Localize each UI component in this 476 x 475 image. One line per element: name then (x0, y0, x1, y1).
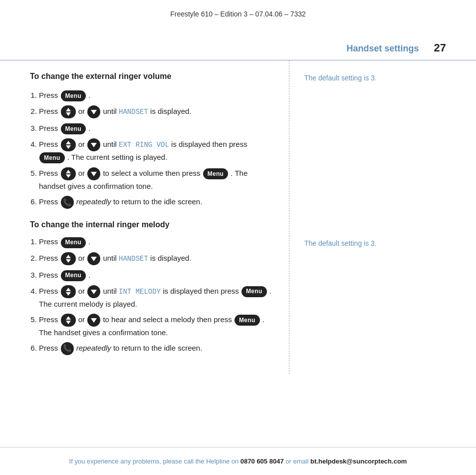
section-label: Handset settings (346, 42, 419, 55)
step4-highlight: EXT RING VOL (119, 141, 169, 149)
down-btn-s1-2 (87, 105, 100, 118)
up-btn-s2-5 (61, 314, 76, 327)
step5-text-mid: to select a volume then press (103, 169, 202, 177)
s2-step2-text-after: is displayed. (150, 254, 192, 262)
step2-text-before: Press (39, 107, 60, 115)
step4-text-mid: until (103, 140, 119, 148)
step4-or: or (78, 140, 87, 148)
footer-email: bt.helpdesk@suncorptech.com (310, 458, 407, 465)
page-header: Freestyle 610 – Edition 3 – 07.04.06 – 7… (0, 0, 476, 24)
step2-text-mid: until (103, 107, 119, 115)
footer: If you experience any problems, please c… (0, 447, 476, 475)
s2-step2-text-mid: until (103, 254, 119, 262)
step4-text-after2: . The current setting is played. (67, 153, 168, 161)
section1-step-2: Press or until HANDSET is displayed. (39, 105, 274, 118)
s2-step6-text-before: Press (39, 344, 60, 352)
section1-steps: Press Menu . Press or until HANDSET is d… (39, 89, 274, 209)
menu-btn-s2-5: Menu (235, 315, 260, 326)
step4-text-after: is displayed then press (171, 140, 247, 148)
down-btn-s2-2 (87, 252, 100, 265)
page-wrapper: Freestyle 610 – Edition 3 – 07.04.06 – 7… (0, 0, 476, 475)
menu-btn-s1-4: Menu (39, 152, 65, 163)
up-btn-s2-2 (61, 252, 76, 265)
up-btn-s1-5 (61, 167, 76, 180)
s2-step5-or: or (78, 315, 87, 324)
section1-heading: To change the external ringer volume (30, 70, 274, 82)
step1-text-before: Press (39, 91, 60, 99)
footer-middle: or email (285, 458, 310, 465)
page-number: 27 (434, 39, 446, 56)
down-btn-s1-5 (87, 167, 100, 180)
menu-btn-s2-1: Menu (61, 237, 86, 248)
step1-text-after: . (88, 91, 90, 99)
step6-text-before: Press (39, 197, 60, 206)
section2-step-6: Press 📞 repeatedly to return to the idle… (39, 342, 274, 355)
s2-step4-highlight: INT MELODY (119, 288, 161, 296)
document-title: Freestyle 610 – Edition 3 – 07.04.06 – 7… (170, 10, 306, 18)
s2-step4-text-mid: until (103, 287, 119, 295)
footer-phone: 0870 605 8047 (240, 458, 284, 465)
section1-default-note: The default setting is 3. (304, 73, 446, 83)
section2-step-4: Press or until INT MELODY is displayed t… (39, 285, 274, 310)
section1-step-6: Press 📞 repeatedly to return to the idle… (39, 196, 274, 209)
step5-or: or (78, 169, 87, 177)
step4-text-before: Press (39, 140, 60, 148)
step2-highlight: HANDSET (119, 108, 148, 116)
section2-default-note: The default setting is 3. (304, 238, 446, 249)
s2-step6-text-italic: repeatedly (76, 344, 113, 352)
s2-step5-text-before: Press (39, 315, 60, 324)
s2-step5-text-mid: to hear and select a melody then press (103, 315, 234, 324)
s2-step4-or: or (78, 287, 87, 295)
menu-btn-s2-3: Menu (61, 270, 86, 281)
section2-heading: To change the internal ringer melody (30, 219, 274, 231)
up-btn-s1-2 (61, 105, 76, 118)
down-btn-s2-4 (87, 285, 100, 298)
section2-step-5: Press or to hear and select a melody the… (39, 314, 274, 338)
left-column: To change the external ringer volume Pre… (30, 60, 289, 374)
right-column: The default setting is 3. The default se… (289, 60, 446, 374)
step2-text-after: is displayed. (150, 107, 192, 115)
section1-step-5: Press or to select a volume then press M… (39, 167, 274, 192)
s2-step4-text-after: is displayed then press (163, 287, 241, 295)
s2-step1-text-after: . (88, 237, 90, 246)
step6-text-after: to return to the idle screen. (113, 197, 202, 206)
s2-step2-or: or (78, 254, 87, 262)
menu-btn-s1-3: Menu (61, 123, 86, 134)
up-btn-s2-4 (61, 285, 76, 298)
step6-text-italic: repeatedly (76, 197, 113, 206)
step2-or: or (78, 107, 87, 115)
s2-step3-text-after: . (88, 271, 90, 279)
up-btn-s1-4 (61, 138, 76, 151)
section1-step-4: Press or until EXT RING VOL is displayed… (39, 138, 274, 163)
down-btn-s2-5 (87, 314, 100, 327)
menu-btn-s1-1: Menu (61, 90, 86, 101)
section1-step-1: Press Menu . (39, 89, 274, 101)
main-content: To change the external ringer volume Pre… (0, 60, 476, 374)
section2-steps: Press Menu . Press or until HANDSET is d… (39, 236, 274, 355)
phone-btn-s2-6: 📞 (61, 342, 74, 355)
s2-step1-text-before: Press (39, 237, 60, 246)
menu-btn-s1-5: Menu (203, 168, 229, 179)
s2-step6-text-after: to return to the idle screen. (113, 344, 202, 352)
s2-step2-highlight: HANDSET (119, 255, 148, 263)
footer-prefix: If you experience any problems, please c… (69, 458, 240, 465)
section2-step-2: Press or until HANDSET is displayed. (39, 252, 274, 265)
s2-step4-text-before: Press (39, 287, 60, 295)
step5-text-before: Press (39, 169, 60, 177)
section1-step-3: Press Menu . (39, 122, 274, 134)
s2-step2-text-before: Press (39, 254, 60, 262)
section2-step-3: Press Menu . (39, 269, 274, 281)
section2-step-1: Press Menu . (39, 236, 274, 248)
header-section: Handset settings 27 (0, 24, 476, 60)
menu-btn-s2-4: Menu (241, 286, 267, 297)
step3-text-after: . (88, 124, 90, 132)
s2-step3-text-before: Press (39, 271, 60, 279)
down-btn-s1-4 (87, 138, 100, 151)
step3-text-before: Press (39, 124, 60, 132)
phone-btn-s1-6: 📞 (61, 196, 74, 209)
